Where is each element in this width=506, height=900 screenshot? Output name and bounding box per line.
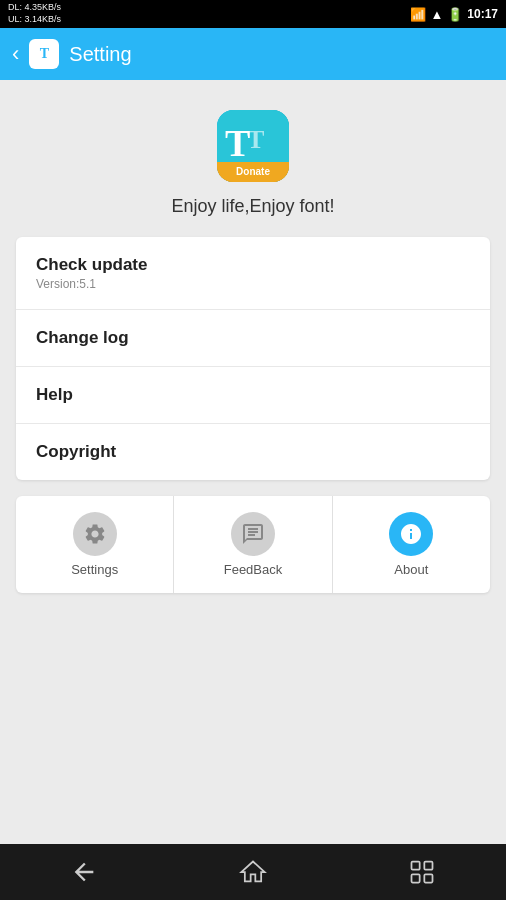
app-icon: T T Donate [217, 110, 289, 182]
tab-settings[interactable]: Settings [16, 496, 174, 593]
svg-rect-8 [424, 874, 432, 882]
check-update-item[interactable]: Check update Version:5.1 [16, 237, 490, 310]
app-icon-small: T [29, 39, 59, 69]
feedback-tab-label: FeedBack [224, 562, 283, 577]
svg-text:Donate: Donate [236, 166, 270, 177]
about-tab-label: About [394, 562, 428, 577]
comment-icon [241, 522, 265, 546]
feedback-tab-icon [231, 512, 275, 556]
recents-nav-icon [408, 858, 436, 886]
home-nav-button[interactable] [239, 858, 267, 886]
clock: 10:17 [467, 7, 498, 21]
signal-icon: ▲ [430, 7, 443, 22]
settings-tab-label: Settings [71, 562, 118, 577]
tab-about[interactable]: About [333, 496, 490, 593]
gear-icon [83, 522, 107, 546]
svg-rect-7 [424, 862, 432, 870]
status-bar: DL: 4.35KB/s UL: 3.14KB/s 📶 ▲ 🔋 10:17 [0, 0, 506, 28]
tab-feedback[interactable]: FeedBack [174, 496, 332, 593]
network-info: DL: 4.35KB/s UL: 3.14KB/s [8, 2, 61, 25]
upload-speed: UL: 3.14KB/s [8, 14, 61, 26]
svg-rect-6 [411, 862, 419, 870]
battery-icon: 🔋 [447, 7, 463, 22]
recents-nav-button[interactable] [408, 858, 436, 886]
nav-bar [0, 844, 506, 900]
copyright-item[interactable]: Copyright [16, 424, 490, 480]
svg-text:T: T [247, 125, 264, 154]
change-log-title: Change log [36, 328, 470, 348]
about-tab-icon [389, 512, 433, 556]
wifi-icon: 📶 [410, 7, 426, 22]
copyright-title: Copyright [36, 442, 470, 462]
main-content: T T Donate Enjoy life,Enjoy font! Check … [0, 80, 506, 844]
svg-rect-9 [411, 874, 419, 882]
download-speed: DL: 4.35KB/s [8, 2, 61, 14]
check-update-title: Check update [36, 255, 470, 275]
back-nav-icon [70, 858, 98, 886]
app-tagline: Enjoy life,Enjoy font! [171, 196, 334, 217]
settings-tab-icon [73, 512, 117, 556]
action-bar: ‹ T Setting [0, 28, 506, 80]
app-icon-inner: T T Donate [217, 110, 289, 182]
version-text: Version:5.1 [36, 277, 470, 291]
home-nav-icon [239, 858, 267, 886]
settings-card: Check update Version:5.1 Change log Help… [16, 237, 490, 480]
app-icon-container: T T Donate [217, 110, 289, 182]
bottom-tabs: Settings FeedBack About [16, 496, 490, 593]
change-log-item[interactable]: Change log [16, 310, 490, 367]
back-nav-button[interactable] [70, 858, 98, 886]
page-title: Setting [69, 43, 131, 66]
help-item[interactable]: Help [16, 367, 490, 424]
help-title: Help [36, 385, 470, 405]
app-icon-svg: T T Donate [217, 110, 289, 182]
info-icon [399, 522, 423, 546]
status-right: 📶 ▲ 🔋 10:17 [410, 7, 498, 22]
back-button[interactable]: ‹ [12, 41, 19, 67]
